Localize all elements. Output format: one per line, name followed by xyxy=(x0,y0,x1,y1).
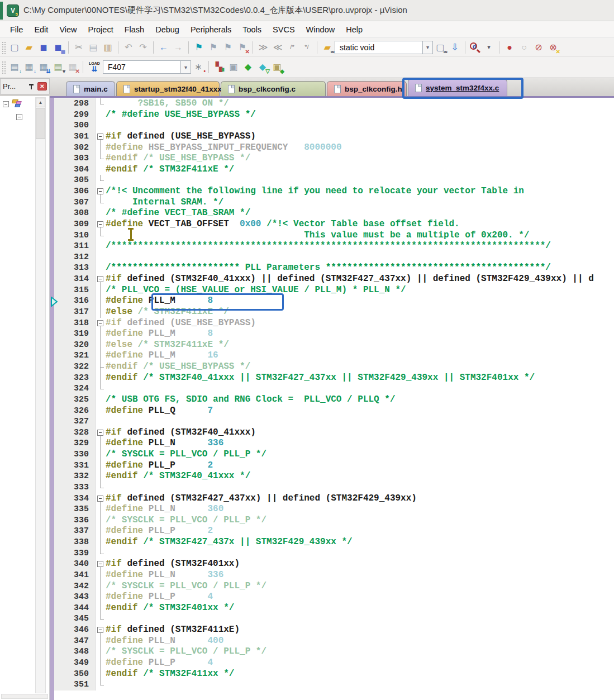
filter-packs-button[interactable]: ◆▽ xyxy=(255,60,270,74)
code-text[interactable]: #if defined (STM32F427_437xx) || defined… xyxy=(106,493,614,504)
code-text[interactable]: #else /* STM32F411xE */ xyxy=(106,340,614,351)
code-text[interactable]: #define HSE_BYPASS_INPUT_FREQUENCY 80000… xyxy=(106,142,614,154)
code-text[interactable] xyxy=(106,548,614,559)
menu-view[interactable]: View xyxy=(54,23,82,36)
fold-collapse-icon[interactable] xyxy=(97,561,103,567)
code-text[interactable]: #define PLL_P 4 xyxy=(106,658,614,669)
code-text[interactable]: /* SYSCLK = PLL_VCO / PLL_P */ xyxy=(106,449,614,460)
code-text[interactable]: #endif /* STM32F401xx */ xyxy=(106,603,614,614)
code-text[interactable]: #endif /* STM32F411xx */ xyxy=(106,669,614,680)
code-line-328[interactable]: 328#if defined (STM32F40_41xxx) xyxy=(54,427,614,439)
uncomment-button[interactable]: */ xyxy=(299,40,314,55)
code-line-304[interactable]: 304#endif /* STM32F411xE */ xyxy=(54,164,614,175)
fold-margin[interactable] xyxy=(96,186,106,197)
code-text[interactable]: #endif /* USE_HSE_BYPASS */ xyxy=(106,361,614,373)
code-text[interactable]: #define PLL_P 2 xyxy=(106,460,614,472)
save-button[interactable]: ◼ xyxy=(36,40,51,55)
code-line-329[interactable]: 329#define PLL_N 336 xyxy=(54,438,614,449)
code-text[interactable]: #if defined (STM32F40_41xxx) xyxy=(106,427,614,439)
fold-collapse-icon[interactable] xyxy=(97,134,103,140)
menu-edit[interactable]: Edit xyxy=(28,23,54,36)
code-line-300[interactable]: 300 xyxy=(54,120,614,131)
menu-project[interactable]: Project xyxy=(83,23,119,36)
code-line-346[interactable]: 346#if defined (STM32F411xE) xyxy=(54,625,614,636)
manage-project-items-button[interactable]: ▣ xyxy=(226,60,241,74)
code-text[interactable] xyxy=(106,679,614,691)
tab-bsp_clkconfig.c[interactable]: bsp_clkconfig.c xyxy=(221,81,326,96)
code-line-302[interactable]: 302#define HSE_BYPASS_INPUT_FREQUENCY 80… xyxy=(54,142,614,154)
code-line-314[interactable]: 314#if defined (STM32F40_41xxx) || defin… xyxy=(54,274,614,285)
project-tree-root[interactable] xyxy=(3,99,22,108)
menu-window[interactable]: Window xyxy=(301,23,341,36)
code-line-310[interactable]: 310 This value must be a multiple of 0x2… xyxy=(54,230,614,241)
code-text[interactable]: ?SB16, SB50 ON */ xyxy=(106,98,614,109)
clear-bookmarks-button[interactable]: ⚑✕ xyxy=(235,40,250,55)
find-combo[interactable]: static void xyxy=(335,41,423,54)
code-line-316[interactable]: 316#define PLL_M 8 xyxy=(54,296,614,307)
code-text[interactable]: /* SYSCLK = PLL_VCO / PLL_P */ xyxy=(106,515,614,526)
fold-collapse-icon[interactable] xyxy=(97,430,103,436)
translate-button[interactable]: ▤↓ xyxy=(7,60,22,74)
code-text[interactable]: #define PLL_M 8 xyxy=(106,328,614,340)
fold-collapse-icon[interactable] xyxy=(97,276,103,282)
code-line-330[interactable]: 330/* SYSCLK = PLL_VCO / PLL_P */ xyxy=(54,449,614,460)
fold-margin[interactable] xyxy=(96,625,106,636)
fold-collapse-icon[interactable] xyxy=(97,320,103,326)
run-to-cursor-button[interactable]: d xyxy=(469,42,480,53)
code-text[interactable]: #define PLL_N 400 xyxy=(106,636,614,647)
code-line-336[interactable]: 336/* SYSCLK = PLL_VCO / PLL_P */ xyxy=(54,515,614,526)
menu-file[interactable]: File xyxy=(4,23,28,36)
code-line-321[interactable]: 321#define PLL_M 16 xyxy=(54,350,614,361)
code-text[interactable]: #endif /* USE_HSE_BYPASS */ xyxy=(106,153,614,164)
code-text[interactable]: #if defined (STM32F40_41xxx) || defined … xyxy=(106,274,614,285)
comment-button[interactable]: /* xyxy=(285,40,299,55)
new-file-button[interactable]: ▢ xyxy=(7,40,22,55)
code-line-337[interactable]: 337#define PLL_P 2 xyxy=(54,526,614,537)
collapse-icon[interactable] xyxy=(3,101,9,107)
code-line-320[interactable]: 320#else /* STM32F411xE */ xyxy=(54,340,614,351)
clean-button[interactable]: ▦✕ xyxy=(65,60,80,74)
code-line-345[interactable]: 345 xyxy=(54,613,614,625)
open-file-button[interactable]: ▰ xyxy=(22,40,36,55)
code-line-299[interactable]: 299/* #define USE_HSE_BYPASS */ xyxy=(54,109,614,121)
run-to-cursor-dropdown[interactable]: ▾ xyxy=(482,40,496,55)
fold-margin[interactable] xyxy=(96,219,106,230)
code-line-342[interactable]: 342/* SYSCLK = PLL_VCO / PLL_P */ xyxy=(54,581,614,592)
code-line-303[interactable]: 303#endif /* USE_HSE_BYPASS */ xyxy=(54,153,614,164)
target-combo[interactable]: F407 xyxy=(103,60,181,74)
code-text[interactable]: /* #define VECT_TAB_SRAM */ xyxy=(106,208,614,219)
toggle-bookmark-button[interactable]: ⚑ xyxy=(192,40,206,55)
code-line-332[interactable]: 332#endif /* STM32F40_41xxx */ xyxy=(54,471,614,482)
fold-margin[interactable] xyxy=(96,559,106,570)
pack-installer-button[interactable]: ▣◆ xyxy=(270,60,284,74)
download-button[interactable]: LOAD⇊ xyxy=(86,59,103,75)
next-bookmark-button[interactable]: ⚑ xyxy=(206,40,221,55)
cut-button[interactable]: ✂ xyxy=(72,40,86,55)
code-text[interactable] xyxy=(106,383,614,394)
manage-rte-button[interactable]: ▚▘ xyxy=(212,60,226,74)
code-text[interactable] xyxy=(106,120,614,131)
code-line-338[interactable]: 338#endif /* STM32F427_437x || STM32F429… xyxy=(54,537,614,548)
code-text[interactable] xyxy=(106,613,614,625)
fold-margin[interactable] xyxy=(96,131,106,142)
code-line-341[interactable]: 341#define PLL_N 336 xyxy=(54,570,614,581)
code-text[interactable]: #define PLL_P 2 xyxy=(106,526,614,537)
code-line-347[interactable]: 347#define PLL_N 400 xyxy=(54,636,614,647)
undo-button[interactable]: ↶ xyxy=(121,40,136,55)
code-text[interactable]: #if defined (USE_HSE_BYPASS) xyxy=(106,318,614,329)
code-line-351[interactable]: 351 xyxy=(54,679,614,691)
code-line-331[interactable]: 331#define PLL_P 2 xyxy=(54,460,614,472)
code-text[interactable]: /***************************************… xyxy=(106,241,614,252)
menu-help[interactable]: Help xyxy=(340,23,368,36)
fold-margin[interactable] xyxy=(96,427,106,439)
fold-margin[interactable] xyxy=(96,493,106,504)
code-line-322[interactable]: 322#endif /* USE_HSE_BYPASS */ xyxy=(54,361,614,373)
fold-collapse-icon[interactable] xyxy=(97,188,103,194)
code-line-313[interactable]: 313/************************ PLL Paramet… xyxy=(54,263,614,274)
menu-flash[interactable]: Flash xyxy=(119,23,150,36)
close-icon[interactable]: ✕ xyxy=(37,82,47,91)
fold-collapse-icon[interactable] xyxy=(97,221,103,227)
code-line-339[interactable]: 339 xyxy=(54,548,614,559)
insert-breakpoint-button[interactable]: ● xyxy=(502,40,517,55)
code-text[interactable]: /* #define USE_HSE_BYPASS */ xyxy=(106,109,614,121)
